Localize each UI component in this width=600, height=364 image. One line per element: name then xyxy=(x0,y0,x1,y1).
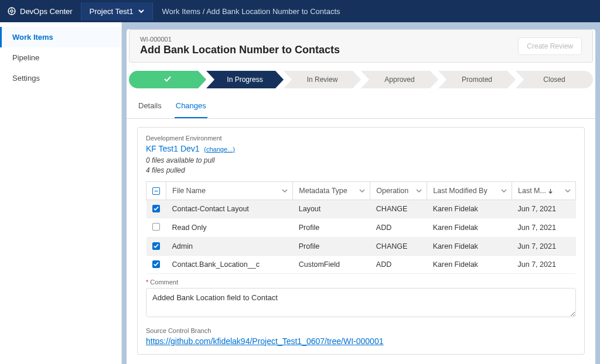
chevron-down-icon xyxy=(416,188,422,194)
chevron-down-icon xyxy=(138,8,144,14)
check-icon xyxy=(163,75,172,83)
table-row: Contact-Contact LayoutLayoutCHANGEKaren … xyxy=(146,200,576,218)
tab-changes[interactable]: Changes xyxy=(175,94,207,118)
table-row: AdminProfileCHANGEKaren FidelakJun 7, 20… xyxy=(146,237,576,255)
cell-operation: CHANGE xyxy=(370,200,427,218)
cell-modifiedby: Karen Fidelak xyxy=(427,237,512,255)
tab-bar: Details Changes xyxy=(127,94,595,119)
cell-operation: ADD xyxy=(370,218,427,237)
cell-filename: Contact.Bank_Location__c xyxy=(166,255,293,273)
tab-details[interactable]: Details xyxy=(137,94,163,118)
project-name: Project Test1 xyxy=(90,7,134,16)
create-review-button[interactable]: Create Review xyxy=(518,37,582,55)
col-operation[interactable]: Operation xyxy=(370,181,427,200)
table-row: Read OnlyProfileADDKaren FidelakJun 7, 2… xyxy=(146,218,576,237)
chevron-down-icon xyxy=(282,188,288,194)
brand: DevOps Center xyxy=(7,6,81,16)
checkbox-icon[interactable] xyxy=(152,260,160,268)
sidebar-item-work-items[interactable]: Work Items xyxy=(0,27,121,47)
indeterminate-icon: – xyxy=(152,187,160,195)
path-step-done[interactable] xyxy=(129,71,206,88)
page-title: Add Bank Location Number to Contacts xyxy=(140,44,340,56)
cell-metatype: CustomField xyxy=(293,255,370,273)
checkbox-icon[interactable] xyxy=(152,205,160,212)
path-step-promoted[interactable]: Promoted xyxy=(438,71,516,88)
files-available-text: 0 files available to pull xyxy=(146,156,576,166)
dev-env-name[interactable]: KF Test1 Dev1 xyxy=(146,144,200,153)
col-modifiedat[interactable]: Last M... xyxy=(512,181,576,200)
cell-operation: CHANGE xyxy=(370,237,427,255)
col-metadata[interactable]: Metadata Type xyxy=(293,181,370,200)
changes-table: – File Name Metadata Type Operation Last… xyxy=(146,181,576,274)
chevron-down-icon xyxy=(501,188,507,194)
branch-label: Source Control Branch xyxy=(146,327,576,334)
cell-modifiedat: Jun 7, 2021 xyxy=(512,200,576,218)
devops-icon xyxy=(7,6,16,16)
cell-filename: Admin xyxy=(166,237,293,255)
change-env-link[interactable]: (change...) xyxy=(204,146,235,153)
changes-panel: Development Environment KF Test1 Dev1 (c… xyxy=(137,127,585,355)
sidebar: Work Items Pipeline Settings xyxy=(0,22,122,364)
cell-modifiedat: Jun 7, 2021 xyxy=(512,218,576,237)
breadcrumb-root[interactable]: Work Items xyxy=(162,7,201,16)
cell-modifiedat: Jun 7, 2021 xyxy=(512,237,576,255)
path-step-approved[interactable]: Approved xyxy=(361,71,438,88)
breadcrumb: Work Items / Add Bank Location Number to… xyxy=(153,7,340,16)
dev-env-label: Development Environment xyxy=(146,135,576,142)
col-select-all[interactable]: – xyxy=(146,181,166,200)
chevron-down-icon xyxy=(359,188,365,194)
path-step-in-progress[interactable]: In Progress xyxy=(206,71,284,88)
comment-label: * Comment xyxy=(146,279,576,286)
project-picker[interactable]: Project Test1 xyxy=(81,2,153,20)
cell-filename: Read Only xyxy=(166,218,293,237)
cell-metatype: Layout xyxy=(293,200,370,218)
global-header: DevOps Center Project Test1 Work Items /… xyxy=(0,0,600,22)
cell-modifiedat: Jun 7, 2021 xyxy=(512,255,576,273)
work-item-id: WI-000001 xyxy=(140,36,340,43)
sidebar-item-pipeline[interactable]: Pipeline xyxy=(0,47,121,68)
arrow-down-icon xyxy=(548,188,553,194)
chevron-down-icon xyxy=(565,188,571,194)
breadcrumb-current: Add Bank Location Number to Contacts xyxy=(206,7,340,16)
col-filename[interactable]: File Name xyxy=(166,181,293,200)
comment-textarea[interactable] xyxy=(146,288,576,317)
checkbox-icon[interactable] xyxy=(152,242,160,250)
path-bar: In Progress In Review Approved Promoted … xyxy=(127,67,595,94)
table-row: Contact.Bank_Location__cCustomFieldADDKa… xyxy=(146,255,576,273)
files-pulled-text: 4 files pulled xyxy=(146,166,576,176)
checkbox-icon[interactable] xyxy=(152,223,160,231)
cell-metatype: Profile xyxy=(293,218,370,237)
svg-point-1 xyxy=(11,10,13,12)
path-step-closed[interactable]: Closed xyxy=(516,71,593,88)
branch-link[interactable]: https://github.com/kfidelak94/Project_Te… xyxy=(146,336,383,346)
cell-modifiedby: Karen Fidelak xyxy=(427,255,512,273)
cell-operation: ADD xyxy=(370,255,427,273)
cell-filename: Contact-Contact Layout xyxy=(166,200,293,218)
path-step-in-review[interactable]: In Review xyxy=(284,71,361,88)
sidebar-item-settings[interactable]: Settings xyxy=(0,68,121,88)
brand-label: DevOps Center xyxy=(20,7,73,16)
col-modifiedby[interactable]: Last Modified By xyxy=(427,181,512,200)
cell-metatype: Profile xyxy=(293,237,370,255)
cell-modifiedby: Karen Fidelak xyxy=(427,200,512,218)
cell-modifiedby: Karen Fidelak xyxy=(427,218,512,237)
work-item-header: WI-000001 Add Bank Location Number to Co… xyxy=(129,29,593,63)
